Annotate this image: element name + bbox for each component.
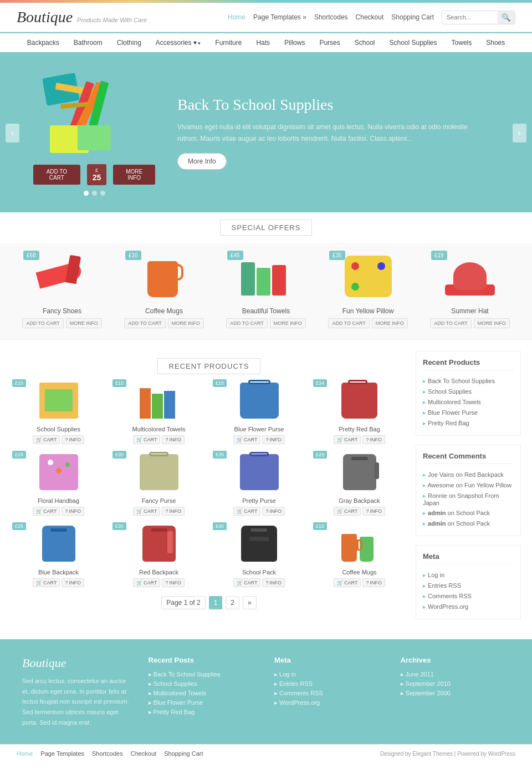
bottom-nav-page-templates[interactable]: Page Templates (40, 750, 84, 757)
product-price-gray-backpack: £29 (313, 451, 327, 459)
offer-more-info-towels[interactable]: MORE INFO (270, 318, 306, 328)
footer-post-3[interactable]: Multicolored Towels (154, 690, 207, 696)
product-name-school-supplies: School Supplies (11, 426, 106, 432)
nav-hats[interactable]: Hats (254, 33, 272, 52)
footer-post-1[interactable]: Back To School Supplies (154, 671, 221, 678)
hero-more-info-btn[interactable]: More Info (177, 153, 227, 170)
nav-shoes[interactable]: Shoes (484, 33, 507, 52)
nav-bathroom[interactable]: Bathroom (71, 33, 105, 52)
hero-dot-1[interactable] (84, 191, 89, 196)
product-info-blue-flower-purse[interactable]: ?INFO (262, 435, 285, 444)
meta-login[interactable]: Log in (428, 572, 444, 578)
offer-add-cart-shoes[interactable]: ADD TO CART (22, 318, 64, 328)
nav-pillows[interactable]: Pillows (282, 33, 307, 52)
bottom-nav-shortcodes[interactable]: Shortcodes (92, 750, 123, 757)
nav-backpacks[interactable]: Backpacks (25, 33, 62, 52)
product-info-fancy-purse[interactable]: ?INFO (162, 507, 185, 516)
search-input[interactable] (442, 12, 498, 23)
nav-accessories[interactable]: Accessories ▾ (154, 33, 203, 52)
product-info-red-backpack[interactable]: ?INFO (162, 578, 185, 587)
meta-comments-rss[interactable]: Comments RSS (428, 593, 472, 599)
product-info-floral-handbag[interactable]: ?INFO (62, 507, 84, 516)
product-cart-pretty-purse[interactable]: 🛒CART (233, 507, 260, 516)
product-cart-coffee-mugs-2[interactable]: 🛒CART (334, 578, 361, 587)
bottom-nav-shopping-cart[interactable]: Shopping Cart (164, 750, 203, 757)
product-info-multicolored-towels[interactable]: ?INFO (162, 435, 185, 444)
product-cart-school-pack[interactable]: 🛒CART (233, 578, 260, 587)
product-cart-blue-flower-purse[interactable]: 🛒CART (233, 435, 260, 444)
offer-item-fancy-shoes: £68 Fancy Shoes ADD TO CART MORE INFO (18, 248, 106, 328)
sidebar-meta: Meta Log in Entries RSS Comments RSS Wor… (416, 545, 521, 619)
footer-archive-sep-2010[interactable]: September 2010 (406, 680, 451, 687)
sidebar-link-blue-flower-purse[interactable]: Blue Flower Purse (428, 409, 478, 416)
nav-checkout[interactable]: Checkout (356, 13, 384, 21)
comment-link-red-backpack[interactable]: Red Backpack (464, 471, 504, 478)
nav-school-supplies[interactable]: School Supplies (387, 33, 439, 52)
product-cart-blue-backpack[interactable]: 🛒CART (33, 578, 60, 587)
footer-post-4[interactable]: Blue Flower Purse (154, 699, 203, 706)
bottom-nav-checkout[interactable]: Checkout (131, 750, 156, 757)
bottom-nav-home[interactable]: Home (17, 750, 33, 757)
sidebar-link-multicolored-towels[interactable]: Multicolored Towels (428, 399, 481, 405)
pagination-page-1[interactable]: 1 (209, 596, 223, 609)
comment-link-school-pack-2[interactable]: School Pack (456, 520, 490, 527)
footer-archive-sep-2000[interactable]: September 2000 (406, 690, 451, 696)
offer-more-info-shoes[interactable]: MORE INFO (66, 318, 102, 328)
meta-entries-rss[interactable]: Entries RSS (428, 582, 461, 589)
nav-towels[interactable]: Towels (449, 33, 474, 52)
sidebar-link-school-supplies[interactable]: School Supplies (428, 388, 472, 395)
product-cart-floral-handbag[interactable]: 🛒CART (33, 507, 60, 516)
product-cart-red-backpack[interactable]: 🛒CART (133, 578, 160, 587)
hero-dot-3[interactable] (100, 191, 105, 196)
footer-meta-login[interactable]: Log in (279, 671, 296, 678)
hero-next-button[interactable]: › (513, 124, 526, 142)
offer-more-info-hat[interactable]: MORE INFO (474, 318, 510, 328)
product-info-coffee-mugs-2[interactable]: ?INFO (362, 578, 385, 587)
product-info-blue-backpack[interactable]: ?INFO (62, 578, 84, 587)
hero-prev-button[interactable]: ‹ (6, 124, 19, 142)
pagination-page-2[interactable]: 2 (226, 596, 239, 609)
hero-dot-2[interactable] (92, 191, 97, 196)
meta-wordpress[interactable]: WordPress.org (428, 603, 468, 610)
offer-add-cart-hat[interactable]: ADD TO CART (430, 318, 472, 328)
footer-meta-entries[interactable]: Entries RSS (279, 680, 313, 687)
hero-add-to-cart-button[interactable]: ADD TO CART (33, 165, 80, 185)
nav-page-templates[interactable]: Page Templates » (253, 13, 306, 21)
offer-add-cart-pillow[interactable]: ADD TO CART (328, 318, 370, 328)
nav-clothing[interactable]: Clothing (115, 33, 144, 52)
nav-shopping-cart[interactable]: Shopping Cart (391, 13, 434, 21)
product-info-pretty-purse[interactable]: ?INFO (262, 507, 285, 516)
offer-more-info-mugs[interactable]: MORE INFO (168, 318, 204, 328)
product-info-school-pack[interactable]: ?INFO (262, 578, 285, 587)
sidebar-recent-comments-title: Recent Comments (423, 452, 514, 464)
product-cart-pretty-red-bag[interactable]: 🛒CART (334, 435, 361, 444)
nav-school[interactable]: School (352, 33, 377, 52)
hero-more-info-button[interactable]: MORE INFO (113, 165, 155, 185)
offer-more-info-pillow[interactable]: MORE INFO (372, 318, 408, 328)
nav-shortcodes[interactable]: Shortcodes (314, 13, 348, 21)
product-cart-school-supplies[interactable]: 🛒CART (33, 435, 60, 444)
product-cart-multicolored-towels[interactable]: 🛒CART (133, 435, 160, 444)
sidebar-link-back-to-school[interactable]: Back To School Supplies (428, 378, 495, 384)
footer-meta-wordpress[interactable]: WordPress.org (279, 699, 320, 706)
pagination-next[interactable]: » (243, 596, 257, 609)
nav-home[interactable]: Home (228, 13, 245, 21)
product-info-gray-backpack[interactable]: ?INFO (362, 507, 385, 516)
sidebar-link-pretty-red-bag[interactable]: Pretty Red Bag (428, 420, 469, 426)
product-cart-fancy-purse[interactable]: 🛒CART (133, 507, 160, 516)
footer-archive-june-2011[interactable]: June 2011 (406, 671, 434, 678)
comment-link-school-pack-1[interactable]: School Pack (456, 510, 490, 516)
footer-post-2[interactable]: School Supplies (154, 680, 197, 687)
list-item: Entries RSS (423, 581, 514, 591)
product-cart-gray-backpack[interactable]: 🛒CART (334, 507, 361, 516)
footer-post-5[interactable]: Pretty Red Bag (154, 709, 195, 715)
footer-meta-comments[interactable]: Comments RSS (279, 690, 323, 696)
offer-add-cart-towels[interactable]: ADD TO CART (226, 318, 268, 328)
nav-furniture[interactable]: Furniture (213, 33, 244, 52)
comment-link-fun-yellow-pillow[interactable]: Fun Yellow Pillow (464, 482, 511, 488)
search-button[interactable]: 🔍 (498, 11, 515, 24)
nav-purses[interactable]: Purses (317, 33, 342, 52)
product-info-pretty-red-bag[interactable]: ?INFO (362, 435, 385, 444)
offer-add-cart-mugs[interactable]: ADD TO CART (124, 318, 166, 328)
product-info-school-supplies[interactable]: ?INFO (62, 435, 84, 444)
